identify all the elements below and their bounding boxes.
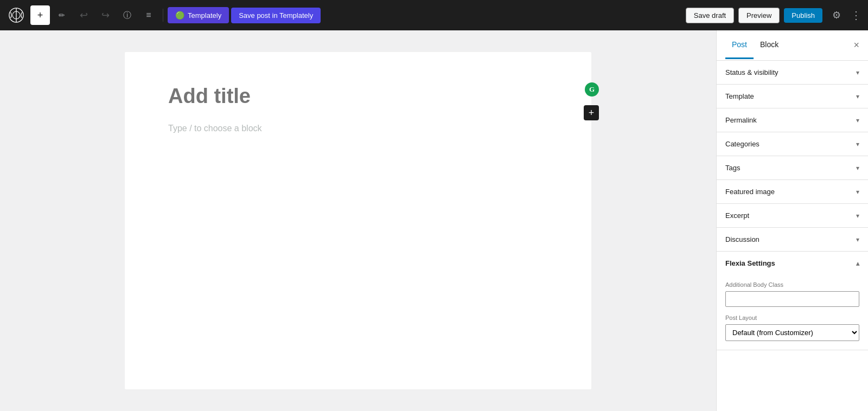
preview-button[interactable]: Preview xyxy=(738,8,780,23)
section-excerpt-label: Excerpt xyxy=(725,211,749,220)
redo-icon: ↪ xyxy=(101,9,110,21)
section-status-visibility: Status & visibility ▾ xyxy=(717,61,868,85)
section-status-visibility-toggle[interactable]: Status & visibility ▾ xyxy=(717,61,868,84)
section-categories-label: Categories xyxy=(725,140,760,148)
section-discussion-label: Discussion xyxy=(725,235,760,243)
save-post-label: Save post in Templately xyxy=(239,11,313,20)
chevron-down-icon: ▾ xyxy=(856,164,859,172)
save-draft-label: Save draft xyxy=(694,11,726,20)
editor-title[interactable]: Add title xyxy=(168,85,548,111)
undo-icon: ↩ xyxy=(80,9,88,21)
sidebar-header: Post Block × xyxy=(717,30,868,61)
section-excerpt-toggle[interactable]: Excerpt ▾ xyxy=(717,204,868,227)
publish-label: Publish xyxy=(792,11,815,20)
pencil-icon: ✏ xyxy=(59,11,65,20)
sidebar: Post Block × Status & visibility ▾ Templ… xyxy=(716,30,868,411)
add-block-toolbar-button[interactable]: + xyxy=(30,5,50,25)
post-layout-select[interactable]: Default (from Customizer) Full Width Lef… xyxy=(725,324,859,341)
settings-icon: ⚙ xyxy=(832,9,841,21)
redo-button[interactable]: ↪ xyxy=(95,5,115,25)
section-tags-toggle[interactable]: Tags ▾ xyxy=(717,156,868,179)
section-template-toggle[interactable]: Template ▾ xyxy=(717,85,868,108)
section-template: Template ▾ xyxy=(717,85,868,108)
section-permalink-label: Permalink xyxy=(725,116,757,124)
chevron-down-icon: ▾ xyxy=(856,93,859,100)
chevron-down-icon: ▾ xyxy=(856,69,859,76)
preview-label: Preview xyxy=(746,11,771,20)
grammarly-icon: G xyxy=(585,82,599,97)
plus-icon: + xyxy=(37,10,43,21)
chevron-down-icon: ▾ xyxy=(856,188,859,196)
templately-label: Templately xyxy=(188,11,221,20)
chevron-down-icon: ▾ xyxy=(856,212,859,220)
section-featured-image-label: Featured image xyxy=(725,188,775,196)
templately-button[interactable]: 🟢 Templately xyxy=(168,7,229,23)
section-categories-toggle[interactable]: Categories ▾ xyxy=(717,132,868,156)
toolbar-divider xyxy=(163,9,163,22)
section-discussion-toggle[interactable]: Discussion ▾ xyxy=(717,228,868,251)
toolbar: + ✏ ↩ ↪ ⓘ ≡ 🟢 Templately Save pos xyxy=(0,0,868,30)
section-tags: Tags ▾ xyxy=(717,156,868,180)
settings-button[interactable]: ⚙ xyxy=(827,5,846,25)
section-permalink-toggle[interactable]: Permalink ▾ xyxy=(717,108,868,132)
edit-button[interactable]: ✏ xyxy=(52,5,72,25)
save-post-templately-button[interactable]: Save post in Templately xyxy=(231,8,321,23)
section-tags-label: Tags xyxy=(725,164,740,172)
additional-body-class-input[interactable] xyxy=(725,291,859,307)
chevron-down-icon: ▾ xyxy=(856,140,859,148)
undo-button[interactable]: ↩ xyxy=(74,5,93,25)
tab-post[interactable]: Post xyxy=(725,31,754,59)
templately-icon: 🟢 xyxy=(175,11,184,20)
section-featured-image: Featured image ▾ xyxy=(717,180,868,204)
section-featured-image-toggle[interactable]: Featured image ▾ xyxy=(717,180,868,203)
info-icon: ⓘ xyxy=(123,10,131,21)
editor-area: G + Add title Type / to choose a block xyxy=(0,30,716,411)
list-view-button[interactable]: ≡ xyxy=(139,5,158,25)
save-draft-button[interactable]: Save draft xyxy=(686,8,734,23)
chevron-down-icon: ▾ xyxy=(856,236,859,243)
wp-logo[interactable] xyxy=(7,5,26,25)
toolbar-right: Save draft Preview Publish ⚙ ⋮ xyxy=(686,5,861,25)
tab-block[interactable]: Block xyxy=(754,31,785,59)
section-flexia-settings-label: Flexia Settings xyxy=(725,259,775,267)
more-icon: ⋮ xyxy=(851,9,861,22)
editor-content: G + Add title Type / to choose a block xyxy=(125,52,591,389)
section-template-label: Template xyxy=(725,92,754,100)
section-flexia-settings: Flexia Settings ▴ Additional Body Class … xyxy=(717,252,868,350)
section-excerpt: Excerpt ▾ xyxy=(717,204,868,228)
list-icon: ≡ xyxy=(146,10,151,20)
add-block-inline-button[interactable]: + xyxy=(584,105,599,120)
section-status-visibility-label: Status & visibility xyxy=(725,68,778,76)
chevron-down-icon: ▾ xyxy=(856,117,859,124)
sidebar-close-button[interactable]: × xyxy=(853,40,859,51)
main-layout: G + Add title Type / to choose a block P… xyxy=(0,30,868,411)
section-flexia-settings-toggle[interactable]: Flexia Settings ▴ xyxy=(717,252,868,275)
tab-block-label: Block xyxy=(760,40,778,49)
section-discussion: Discussion ▾ xyxy=(717,228,868,252)
publish-button[interactable]: Publish xyxy=(784,8,822,23)
editor-body[interactable]: Type / to choose a block xyxy=(168,124,548,133)
flexia-settings-content: Additional Body Class Post Layout Defaul… xyxy=(717,275,868,350)
section-permalink: Permalink ▾ xyxy=(717,108,868,132)
post-layout-label: Post Layout xyxy=(725,314,859,321)
additional-body-class-label: Additional Body Class xyxy=(725,281,859,288)
more-options-button[interactable]: ⋮ xyxy=(851,9,861,22)
tab-post-label: Post xyxy=(732,40,747,49)
section-categories: Categories ▾ xyxy=(717,132,868,156)
info-button[interactable]: ⓘ xyxy=(117,5,137,25)
close-icon: × xyxy=(853,40,859,51)
chevron-up-icon: ▴ xyxy=(856,260,859,267)
plus-icon: + xyxy=(589,108,595,118)
